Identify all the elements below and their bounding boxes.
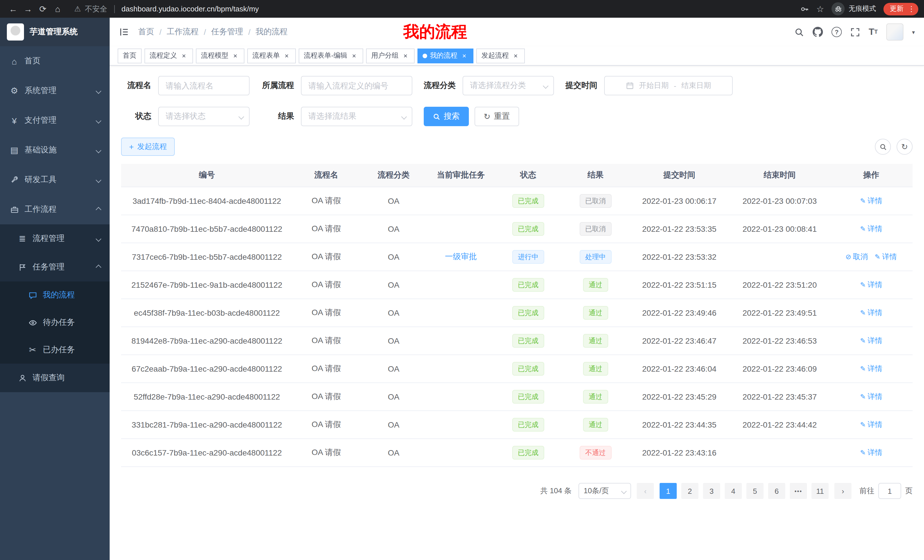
sidebar-item-process-mgmt[interactable]: ≣流程管理 (0, 225, 110, 253)
sidebar-item-my-process[interactable]: 我的流程 (0, 281, 110, 309)
update-button[interactable]: 更新 ⋮ (884, 3, 918, 15)
page-size-select[interactable]: 10条/页 (579, 483, 631, 499)
create-process-button[interactable]: + 发起流程 (121, 138, 175, 156)
detail-action-link[interactable]: ✎详情 (860, 448, 882, 458)
table-search-icon[interactable] (875, 139, 891, 155)
reset-button[interactable]: ↻ 重置 (475, 107, 519, 126)
breadcrumb-item[interactable]: 我的流程 (255, 27, 288, 37)
close-tab-icon[interactable]: × (460, 52, 468, 60)
tab-process-form[interactable]: 流程表单× (247, 48, 296, 63)
page-button-3[interactable]: 3 (703, 483, 720, 499)
close-tab-icon[interactable]: × (350, 52, 358, 60)
tab-start-process[interactable]: 发起流程× (476, 48, 525, 63)
search-icon[interactable] (794, 27, 804, 37)
status-select[interactable]: 请选择状态 (158, 107, 249, 126)
page-button-2[interactable]: 2 (681, 483, 698, 499)
tab-user-group[interactable]: 用户分组× (366, 48, 415, 63)
sidebar-item-done-tasks[interactable]: ✂已办任务 (0, 336, 110, 364)
chevron-down-icon (401, 114, 407, 119)
prev-page-button[interactable]: ‹ (637, 483, 654, 499)
cell-actions: ✎详情 (830, 439, 913, 467)
process-name-input[interactable] (158, 76, 249, 95)
fullscreen-icon[interactable] (850, 27, 860, 37)
detail-action-link[interactable]: ✎详情 (860, 224, 882, 234)
github-icon[interactable] (813, 27, 823, 37)
search-button[interactable]: 搜索 (424, 107, 469, 126)
current-task-link[interactable]: 一级审批 (445, 252, 477, 261)
sidebar-item-system[interactable]: ⚙系统管理 (0, 76, 110, 106)
detail-icon: ✎ (860, 421, 866, 429)
key-icon[interactable] (800, 4, 809, 13)
close-tab-icon[interactable]: × (512, 52, 520, 60)
detail-action-link[interactable]: ✎详情 (860, 392, 882, 402)
sidebar-item-payment[interactable]: ¥支付管理 (0, 106, 110, 135)
address-bar[interactable]: ⚠ 不安全 dashboard.yudao.iocoder.cn/bpm/tas… (74, 4, 790, 14)
sidebar: 芋道管理系统 ⌂首页⚙系统管理¥支付管理▤基础设施研发工具工作流程≣流程管理任务… (0, 18, 110, 560)
sidebar-item-todo-tasks[interactable]: 待办任务 (0, 309, 110, 336)
breadcrumb-item[interactable]: 工作流程 (167, 27, 199, 37)
tab-my-process[interactable]: 我的流程× (417, 48, 473, 63)
close-tab-icon[interactable]: × (283, 52, 291, 60)
cell-process-name: OA 请假 (292, 355, 360, 383)
status-tag: 已完成 (512, 194, 544, 208)
result-select[interactable]: 请选择流结果 (301, 107, 412, 126)
tab-home[interactable]: 首页 (118, 48, 142, 63)
forward-icon[interactable]: → (21, 4, 35, 13)
reload-icon[interactable]: ⟳ (35, 4, 50, 13)
chevron-down-icon (543, 83, 549, 88)
close-tab-icon[interactable]: × (231, 52, 239, 60)
page-button-11[interactable]: 11 (812, 483, 829, 499)
sidebar-item-infrastructure[interactable]: ▤基础设施 (0, 135, 110, 165)
page-button-6[interactable]: 6 (768, 483, 785, 499)
sidebar-item-leave-query[interactable]: 请假查询 (0, 364, 110, 392)
table-refresh-icon[interactable]: ↻ (897, 139, 913, 155)
page-button-1[interactable]: 1 (660, 483, 677, 499)
jump-page-input[interactable] (878, 483, 901, 499)
action-label: 详情 (867, 196, 882, 206)
sidebar-item-devtools[interactable]: 研发工具 (0, 165, 110, 195)
submit-time-range[interactable]: 开始日期 - 结束日期 (604, 76, 733, 95)
home-nav-icon[interactable]: ⌂ (50, 4, 65, 13)
page-ellipsis[interactable]: ••• (790, 483, 807, 499)
cell-category: OA (360, 271, 428, 299)
cell-process-name: OA 请假 (292, 439, 360, 467)
detail-action-link[interactable]: ✎详情 (860, 364, 882, 374)
bookmark-star-icon[interactable]: ☆ (816, 4, 824, 14)
detail-action-link[interactable]: ✎详情 (860, 419, 882, 430)
page-button-4[interactable]: 4 (725, 483, 742, 499)
detail-action-link[interactable]: ✎详情 (860, 308, 882, 318)
collapse-sidebar-icon[interactable] (119, 27, 129, 37)
close-tab-icon[interactable]: × (180, 52, 188, 60)
detail-action-link[interactable]: ✎详情 (860, 280, 882, 290)
tab-process-definition[interactable]: 流程定义× (144, 48, 193, 63)
incognito-badge[interactable]: 无痕模式 (831, 2, 876, 15)
breadcrumb-item[interactable]: 首页 (138, 27, 154, 37)
user-avatar[interactable] (886, 23, 903, 40)
next-page-button[interactable]: › (834, 483, 852, 499)
sidebar-item-task-mgmt[interactable]: 任务管理 (0, 253, 110, 281)
sidebar-item-home[interactable]: ⌂首页 (0, 46, 110, 76)
detail-action-link[interactable]: ✎详情 (874, 252, 897, 262)
sidebar-item-workflow[interactable]: 工作流程 (0, 195, 110, 225)
back-icon[interactable]: ← (6, 4, 21, 13)
tab-process-model[interactable]: 流程模型× (196, 48, 244, 63)
detail-action-link[interactable]: ✎详情 (860, 335, 882, 346)
avatar-caret-icon[interactable]: ▾ (912, 29, 915, 35)
tab-process-form-edit[interactable]: 流程表单-编辑× (298, 48, 363, 63)
detail-action-link[interactable]: ✎详情 (860, 196, 882, 206)
chevron-down-icon (621, 488, 627, 494)
breadcrumb-separator: / (248, 27, 251, 36)
cancel-action-link[interactable]: ⊘取消 (846, 252, 868, 262)
chevron-down-icon (96, 236, 101, 241)
close-tab-icon[interactable]: × (402, 52, 410, 60)
cell-category: OA (360, 327, 428, 355)
page-button-5[interactable]: 5 (746, 483, 764, 499)
breadcrumb-item[interactable]: 任务管理 (211, 27, 243, 37)
parent-process-input[interactable] (301, 76, 412, 95)
help-icon[interactable]: ? (831, 27, 842, 37)
tab-label: 发起流程 (482, 51, 509, 60)
font-size-icon[interactable]: TT (868, 27, 878, 36)
kebab-menu-icon[interactable]: ⋮ (908, 4, 915, 13)
category-select[interactable]: 请选择流程分类 (463, 76, 554, 95)
detail-icon: ✎ (860, 225, 866, 233)
